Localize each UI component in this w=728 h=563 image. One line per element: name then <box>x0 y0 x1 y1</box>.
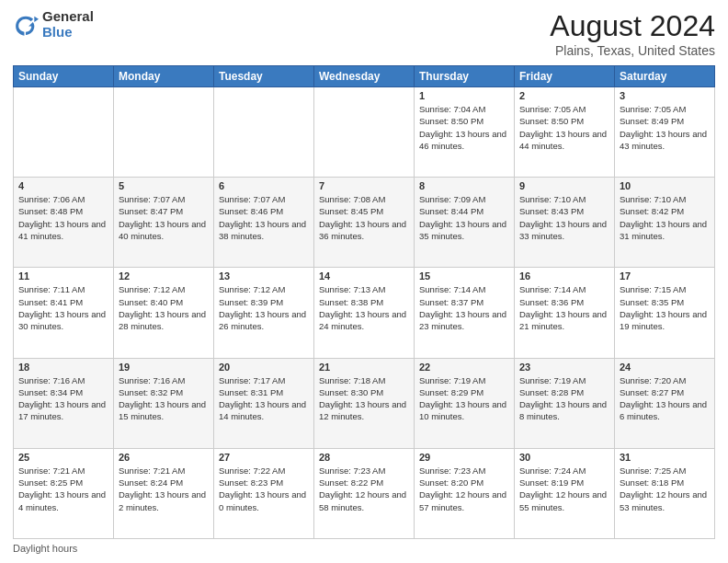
day-info: Sunrise: 7:17 AM Sunset: 8:31 PM Dayligh… <box>219 374 309 423</box>
calendar-cell: 26Sunrise: 7:21 AM Sunset: 8:24 PM Dayli… <box>114 448 214 538</box>
calendar-cell: 29Sunrise: 7:23 AM Sunset: 8:20 PM Dayli… <box>415 448 515 538</box>
day-number: 16 <box>519 270 609 282</box>
logo-blue-text: Blue <box>42 25 94 40</box>
day-info: Sunrise: 7:13 AM Sunset: 8:38 PM Dayligh… <box>319 283 409 332</box>
logo-general-text: General <box>42 9 94 25</box>
day-info: Sunrise: 7:14 AM Sunset: 8:36 PM Dayligh… <box>519 283 609 332</box>
day-number: 28 <box>319 452 409 463</box>
day-number: 18 <box>18 362 108 373</box>
day-number: 24 <box>620 362 710 373</box>
day-info: Sunrise: 7:16 AM Sunset: 8:32 PM Dayligh… <box>119 374 209 423</box>
logo-icon <box>13 12 39 38</box>
calendar-table: SundayMondayTuesdayWednesdayThursdayFrid… <box>13 65 715 539</box>
day-info: Sunrise: 7:23 AM Sunset: 8:22 PM Dayligh… <box>319 465 409 513</box>
day-number: 30 <box>519 452 609 463</box>
day-number: 12 <box>119 270 209 282</box>
day-number: 25 <box>18 452 108 463</box>
page: General Blue August 2024 Plains, Texas, … <box>0 0 728 563</box>
calendar-cell: 20Sunrise: 7:17 AM Sunset: 8:31 PM Dayli… <box>214 358 314 448</box>
logo: General Blue <box>13 9 94 40</box>
calendar-cell: 6Sunrise: 7:07 AM Sunset: 8:46 PM Daylig… <box>214 178 314 268</box>
day-info: Sunrise: 7:22 AM Sunset: 8:23 PM Dayligh… <box>219 465 309 513</box>
day-number: 2 <box>519 90 609 101</box>
day-info: Sunrise: 7:21 AM Sunset: 8:25 PM Dayligh… <box>18 465 108 513</box>
calendar-header-wednesday: Wednesday <box>314 66 415 87</box>
day-info: Sunrise: 7:21 AM Sunset: 8:24 PM Dayligh… <box>119 465 209 513</box>
calendar-header-sunday: Sunday <box>14 66 114 87</box>
calendar-header-friday: Friday <box>515 66 615 87</box>
day-info: Sunrise: 7:09 AM Sunset: 8:44 PM Dayligh… <box>419 193 509 242</box>
calendar-cell: 28Sunrise: 7:23 AM Sunset: 8:22 PM Dayli… <box>314 448 415 538</box>
calendar-cell: 1Sunrise: 7:04 AM Sunset: 8:50 PM Daylig… <box>415 87 515 178</box>
day-info: Sunrise: 7:04 AM Sunset: 8:50 PM Dayligh… <box>419 103 509 152</box>
calendar-cell: 12Sunrise: 7:12 AM Sunset: 8:40 PM Dayli… <box>114 268 214 358</box>
day-number: 11 <box>18 270 108 282</box>
calendar-cell: 27Sunrise: 7:22 AM Sunset: 8:23 PM Dayli… <box>214 448 314 538</box>
calendar-cell: 24Sunrise: 7:20 AM Sunset: 8:27 PM Dayli… <box>615 358 715 448</box>
calendar-week-row: 18Sunrise: 7:16 AM Sunset: 8:34 PM Dayli… <box>14 358 715 448</box>
footer-note: Daylight hours <box>13 543 715 554</box>
calendar-week-row: 1Sunrise: 7:04 AM Sunset: 8:50 PM Daylig… <box>14 87 715 178</box>
day-number: 7 <box>319 180 409 191</box>
day-info: Sunrise: 7:24 AM Sunset: 8:19 PM Dayligh… <box>519 465 609 513</box>
day-number: 21 <box>319 362 409 373</box>
calendar-header-thursday: Thursday <box>415 66 515 87</box>
day-info: Sunrise: 7:14 AM Sunset: 8:37 PM Dayligh… <box>419 283 509 332</box>
day-number: 29 <box>419 452 509 463</box>
day-number: 27 <box>219 452 309 463</box>
calendar-cell: 31Sunrise: 7:25 AM Sunset: 8:18 PM Dayli… <box>615 448 715 538</box>
subtitle: Plains, Texas, United States <box>550 43 715 58</box>
day-info: Sunrise: 7:25 AM Sunset: 8:18 PM Dayligh… <box>620 465 710 513</box>
day-number: 23 <box>519 362 609 373</box>
calendar-cell <box>314 87 415 178</box>
calendar-cell <box>114 87 214 178</box>
day-info: Sunrise: 7:16 AM Sunset: 8:34 PM Dayligh… <box>18 374 108 423</box>
day-number: 26 <box>119 452 209 463</box>
day-number: 13 <box>219 270 309 282</box>
day-info: Sunrise: 7:10 AM Sunset: 8:43 PM Dayligh… <box>519 193 609 242</box>
day-info: Sunrise: 7:12 AM Sunset: 8:39 PM Dayligh… <box>219 283 309 332</box>
day-number: 19 <box>119 362 209 373</box>
day-number: 15 <box>419 270 509 282</box>
calendar-header-tuesday: Tuesday <box>214 66 314 87</box>
day-number: 31 <box>620 452 710 463</box>
day-number: 1 <box>419 90 509 101</box>
logo-text: General Blue <box>42 9 94 40</box>
day-number: 5 <box>119 180 209 191</box>
day-info: Sunrise: 7:06 AM Sunset: 8:48 PM Dayligh… <box>18 193 108 242</box>
main-title: August 2024 <box>550 9 715 43</box>
calendar-cell: 11Sunrise: 7:11 AM Sunset: 8:41 PM Dayli… <box>14 268 114 358</box>
calendar-cell <box>214 87 314 178</box>
day-number: 17 <box>620 270 710 282</box>
calendar-cell: 3Sunrise: 7:05 AM Sunset: 8:49 PM Daylig… <box>615 87 715 178</box>
calendar-cell: 21Sunrise: 7:18 AM Sunset: 8:30 PM Dayli… <box>314 358 415 448</box>
day-number: 22 <box>419 362 509 373</box>
calendar-cell: 16Sunrise: 7:14 AM Sunset: 8:36 PM Dayli… <box>515 268 615 358</box>
calendar-week-row: 11Sunrise: 7:11 AM Sunset: 8:41 PM Dayli… <box>14 268 715 358</box>
calendar-week-row: 4Sunrise: 7:06 AM Sunset: 8:48 PM Daylig… <box>14 178 715 268</box>
calendar-cell: 18Sunrise: 7:16 AM Sunset: 8:34 PM Dayli… <box>14 358 114 448</box>
day-info: Sunrise: 7:15 AM Sunset: 8:35 PM Dayligh… <box>620 283 710 332</box>
day-info: Sunrise: 7:11 AM Sunset: 8:41 PM Dayligh… <box>18 283 108 332</box>
calendar-cell: 7Sunrise: 7:08 AM Sunset: 8:45 PM Daylig… <box>314 178 415 268</box>
calendar-week-row: 25Sunrise: 7:21 AM Sunset: 8:25 PM Dayli… <box>14 448 715 538</box>
day-info: Sunrise: 7:07 AM Sunset: 8:47 PM Dayligh… <box>119 193 209 242</box>
day-number: 10 <box>620 180 710 191</box>
calendar-cell: 9Sunrise: 7:10 AM Sunset: 8:43 PM Daylig… <box>515 178 615 268</box>
calendar-cell: 4Sunrise: 7:06 AM Sunset: 8:48 PM Daylig… <box>14 178 114 268</box>
day-number: 3 <box>620 90 710 101</box>
day-info: Sunrise: 7:18 AM Sunset: 8:30 PM Dayligh… <box>319 374 409 423</box>
day-number: 8 <box>419 180 509 191</box>
header: General Blue August 2024 Plains, Texas, … <box>13 9 715 58</box>
day-number: 9 <box>519 180 609 191</box>
day-info: Sunrise: 7:05 AM Sunset: 8:50 PM Dayligh… <box>519 103 609 152</box>
day-info: Sunrise: 7:19 AM Sunset: 8:28 PM Dayligh… <box>519 374 609 423</box>
calendar-header-saturday: Saturday <box>615 66 715 87</box>
calendar-cell: 22Sunrise: 7:19 AM Sunset: 8:29 PM Dayli… <box>415 358 515 448</box>
calendar-cell: 2Sunrise: 7:05 AM Sunset: 8:50 PM Daylig… <box>515 87 615 178</box>
day-info: Sunrise: 7:20 AM Sunset: 8:27 PM Dayligh… <box>620 374 710 423</box>
calendar-cell: 8Sunrise: 7:09 AM Sunset: 8:44 PM Daylig… <box>415 178 515 268</box>
calendar-cell: 5Sunrise: 7:07 AM Sunset: 8:47 PM Daylig… <box>114 178 214 268</box>
day-number: 14 <box>319 270 409 282</box>
calendar-cell: 14Sunrise: 7:13 AM Sunset: 8:38 PM Dayli… <box>314 268 415 358</box>
